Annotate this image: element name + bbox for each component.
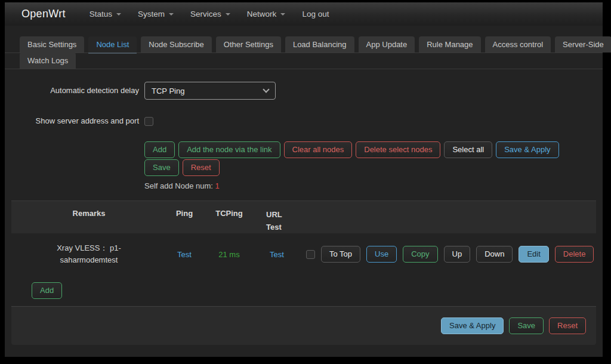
show-server-checkbox[interactable]	[144, 117, 153, 126]
tab-watch-logs[interactable]: Watch Logs	[20, 53, 76, 69]
row-actions: To Top Use Copy Up Down Edit Delete	[306, 246, 594, 263]
self-add-label: Self add Node num:	[144, 181, 215, 190]
tcping-cell: 21 ms	[202, 250, 256, 259]
col-header-tcping: TCPing	[202, 209, 256, 233]
footer-action-bar: Save & Apply Save Reset	[11, 306, 596, 345]
detection-delay-label: Automatic detection delay	[18, 86, 139, 95]
bottom-add-wrap: Add	[32, 282, 603, 299]
ping-cell: Test	[166, 250, 202, 259]
show-server-row: Show server address and port	[18, 116, 603, 126]
show-server-label: Show server address and port	[18, 116, 139, 126]
urltest-test-link[interactable]: Test	[270, 250, 284, 259]
col-header-ping: Ping	[166, 209, 202, 233]
tab-access-control[interactable]: Access control	[485, 36, 551, 53]
nav-item-services[interactable]: Services	[182, 2, 239, 26]
chevron-down-icon	[169, 13, 174, 18]
chevron-down-icon	[226, 13, 230, 18]
chevron-down-icon	[263, 86, 269, 92]
save-button-top[interactable]: Save	[144, 159, 179, 176]
detection-delay-select[interactable]: TCP Ping	[144, 82, 276, 100]
nav-item-network[interactable]: Network	[239, 2, 294, 26]
nav-item-status[interactable]: Status	[81, 2, 129, 26]
nav-item-label: Network	[247, 10, 277, 18]
col-header-urltest: URL Test	[256, 209, 298, 233]
tcping-value: 21 ms	[218, 250, 239, 259]
table-header-row: Remarks Ping TCPing URL Test	[11, 201, 596, 233]
self-add-count: 1	[215, 181, 220, 190]
save-apply-button-top[interactable]: Save & Apply	[496, 141, 558, 158]
nav-item-system[interactable]: System	[129, 2, 182, 26]
tab-bar: Basic Settings Node List Node Subscribe …	[5, 37, 603, 69]
edit-button[interactable]: Edit	[519, 246, 548, 263]
node-toolbar: Add Add the node via the link Clear all …	[144, 141, 603, 158]
add-node-button-bottom[interactable]: Add	[32, 282, 62, 299]
nav-item-label: System	[138, 10, 165, 18]
top-navbar: OpenWrt Status System Services Network L…	[5, 2, 603, 26]
nav-item-logout[interactable]: Log out	[294, 2, 337, 26]
nav-item-label: Log out	[302, 10, 329, 18]
select-all-button[interactable]: Select all	[444, 141, 492, 158]
save-apply-button-footer[interactable]: Save & Apply	[441, 317, 504, 334]
col-header-remarks: Remarks	[11, 209, 166, 233]
tab-row-1: Basic Settings Node List Node Subscribe …	[5, 37, 603, 53]
node-remarks: Xray VLESS： p1-saharmodemtest	[53, 242, 125, 266]
self-add-node-num: Self add Node num: 1	[144, 181, 603, 190]
tab-load-balancing[interactable]: Load Balancing	[285, 36, 354, 53]
row-select-checkbox[interactable]	[306, 250, 315, 259]
tab-app-update[interactable]: App Update	[359, 36, 415, 53]
add-button[interactable]: Add	[144, 141, 175, 158]
openwrt-logo: OpenWrt	[21, 8, 66, 20]
chevron-down-icon	[280, 13, 285, 18]
reset-button-top[interactable]: Reset	[183, 159, 220, 176]
tab-other-settings[interactable]: Other Settings	[216, 36, 281, 53]
delete-select-nodes-button[interactable]: Delete select nodes	[356, 141, 440, 158]
to-top-button[interactable]: To Top	[321, 246, 360, 263]
down-button[interactable]: Down	[476, 246, 513, 263]
reset-button-footer[interactable]: Reset	[549, 317, 586, 334]
page: OpenWrt Status System Services Network L…	[5, 2, 603, 357]
tab-server-side[interactable]: Server-Side	[555, 36, 611, 53]
urltest-cell: Test	[256, 250, 298, 259]
nav-item-label: Services	[190, 10, 221, 18]
nav-item-label: Status	[90, 10, 112, 18]
ping-test-link[interactable]: Test	[177, 250, 192, 259]
delete-button[interactable]: Delete	[555, 246, 594, 263]
chevron-down-icon	[116, 13, 121, 18]
clear-all-nodes-button[interactable]: Clear all nodes	[284, 141, 353, 158]
up-button[interactable]: Up	[444, 246, 471, 263]
add-node-via-link-button[interactable]: Add the node via the link	[178, 141, 280, 158]
tab-basic-settings[interactable]: Basic Settings	[20, 36, 84, 53]
use-button[interactable]: Use	[366, 246, 397, 263]
node-table: Remarks Ping TCPing URL Test Xray VLESS：…	[11, 200, 596, 275]
table-row: Xray VLESS： p1-saharmodemtest Test 21 ms…	[11, 233, 596, 275]
copy-button[interactable]: Copy	[403, 246, 437, 263]
node-remarks-cell: Xray VLESS： p1-saharmodemtest	[11, 242, 166, 266]
tab-node-list[interactable]: Node List	[88, 36, 137, 53]
detection-delay-row: Automatic detection delay TCP Ping	[18, 82, 603, 100]
tab-node-subscribe[interactable]: Node Subscribe	[141, 36, 212, 53]
tab-rule-manage[interactable]: Rule Manage	[419, 36, 480, 53]
node-toolbar-row2: Save Reset	[144, 159, 603, 176]
detection-delay-value: TCP Ping	[152, 87, 184, 95]
tab-row-2: Watch Logs	[5, 53, 603, 69]
save-button-footer[interactable]: Save	[509, 317, 544, 334]
